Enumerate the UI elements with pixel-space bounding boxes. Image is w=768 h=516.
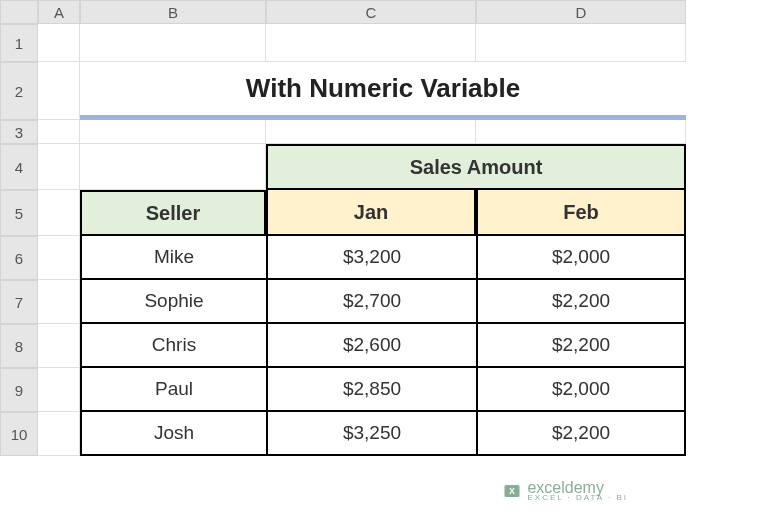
row-header-9[interactable]: 9: [0, 368, 38, 412]
sales-amount-header[interactable]: Sales Amount: [266, 144, 686, 190]
seller-cell[interactable]: Chris: [80, 324, 266, 368]
row-header-8[interactable]: 8: [0, 324, 38, 368]
jan-cell[interactable]: $3,250: [266, 412, 476, 456]
row-header-2[interactable]: 2: [0, 62, 38, 120]
row-header-4[interactable]: 4: [0, 144, 38, 190]
cell-a3[interactable]: [38, 120, 80, 144]
watermark-text: exceldemy EXCEL · DATA · BI: [527, 480, 628, 502]
cell-a7[interactable]: [38, 280, 80, 324]
cell-a2[interactable]: [38, 62, 80, 120]
select-all-corner[interactable]: [0, 0, 38, 24]
month-header-jan[interactable]: Jan: [266, 190, 476, 236]
col-header-b[interactable]: B: [80, 0, 266, 24]
row-header-10[interactable]: 10: [0, 412, 38, 456]
feb-cell[interactable]: $2,000: [476, 368, 686, 412]
jan-cell[interactable]: $3,200: [266, 236, 476, 280]
cell-a6[interactable]: [38, 236, 80, 280]
seller-cell[interactable]: Paul: [80, 368, 266, 412]
row-header-6[interactable]: 6: [0, 236, 38, 280]
cell-b1[interactable]: [80, 24, 266, 62]
excel-icon: X: [503, 482, 521, 500]
jan-cell[interactable]: $2,600: [266, 324, 476, 368]
cell-a5[interactable]: [38, 190, 80, 236]
feb-cell[interactable]: $2,200: [476, 280, 686, 324]
row-header-7[interactable]: 7: [0, 280, 38, 324]
feb-cell[interactable]: $2,200: [476, 412, 686, 456]
row-header-3[interactable]: 3: [0, 120, 38, 144]
col-header-a[interactable]: A: [38, 0, 80, 24]
cell-d1[interactable]: [476, 24, 686, 62]
watermark: X exceldemy EXCEL · DATA · BI: [503, 480, 628, 502]
col-header-d[interactable]: D: [476, 0, 686, 24]
cell-b3[interactable]: [80, 120, 266, 144]
seller-cell[interactable]: Josh: [80, 412, 266, 456]
seller-header[interactable]: Seller: [80, 190, 266, 236]
row-header-5[interactable]: 5: [0, 190, 38, 236]
row-header-1[interactable]: 1: [0, 24, 38, 62]
seller-cell[interactable]: Mike: [80, 236, 266, 280]
feb-cell[interactable]: $2,200: [476, 324, 686, 368]
cell-a9[interactable]: [38, 368, 80, 412]
month-header-feb[interactable]: Feb: [476, 190, 686, 236]
col-header-c[interactable]: C: [266, 0, 476, 24]
spreadsheet-grid: A B C D 1 2 With Numeric Variable 3 4 Sa…: [0, 0, 768, 456]
jan-cell[interactable]: $2,700: [266, 280, 476, 324]
page-title[interactable]: With Numeric Variable: [80, 62, 686, 120]
cell-c3[interactable]: [266, 120, 476, 144]
cell-b4[interactable]: [80, 144, 266, 190]
cell-a8[interactable]: [38, 324, 80, 368]
feb-cell[interactable]: $2,000: [476, 236, 686, 280]
svg-text:X: X: [510, 487, 516, 496]
cell-a1[interactable]: [38, 24, 80, 62]
cell-c1[interactable]: [266, 24, 476, 62]
jan-cell[interactable]: $2,850: [266, 368, 476, 412]
watermark-sub: EXCEL · DATA · BI: [527, 494, 628, 502]
cell-d3[interactable]: [476, 120, 686, 144]
cell-a10[interactable]: [38, 412, 80, 456]
seller-cell[interactable]: Sophie: [80, 280, 266, 324]
cell-a4[interactable]: [38, 144, 80, 190]
